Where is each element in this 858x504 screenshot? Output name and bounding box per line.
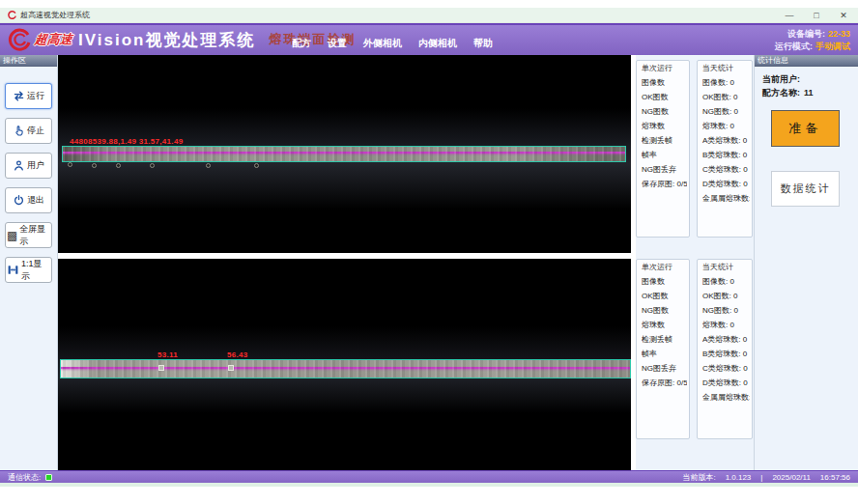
stat-value: 0 <box>731 306 738 315</box>
user-button[interactable]: 用户 <box>5 153 52 179</box>
stat-row: NG图数: 0 <box>702 303 750 318</box>
run-button[interactable]: 运行 <box>5 83 52 109</box>
comm-status-label: 通信状态: <box>8 472 41 483</box>
stat-label: OK图数: <box>702 93 731 101</box>
camera-viewport-outer[interactable]: 44808539.88,1.49 31.57,41.49 <box>58 55 631 253</box>
menu-settings[interactable]: 设置 <box>328 37 347 50</box>
stat-label: A类熔珠数: <box>702 335 741 344</box>
stat-label: B类熔珠数: <box>702 151 741 159</box>
maximize-button[interactable]: □ <box>810 11 823 20</box>
stat-row: 图像数 <box>642 75 687 90</box>
stat-row: 图像数: 0 <box>702 75 750 90</box>
stat-label: 图像数: <box>702 78 728 87</box>
stat-label: NG图丢弃 <box>642 364 676 373</box>
stat-value: 0 <box>728 122 734 130</box>
stat-value: 0/500 <box>674 378 687 387</box>
one-to-one-button[interactable]: 1:1显示 <box>5 257 52 283</box>
menu-recipe[interactable]: 配方 <box>292 37 311 50</box>
operation-sidebar: 操作区 运行 停止 用户 退出 ▩ <box>0 55 58 470</box>
stat-row: 金属屑熔珠数: 0 <box>702 191 750 206</box>
stat-row: NG图丢弃 <box>642 361 687 376</box>
today-stats-groupbox: 当天统计 图像数: 0OK图数: 0NG图数: 0熔珠数: 0A类熔珠数: 0B… <box>697 259 753 439</box>
status-date: 2025/02/11 <box>772 473 810 482</box>
stop-button[interactable]: 停止 <box>5 118 52 144</box>
stat-row: 熔珠数: 0 <box>702 318 750 332</box>
status-bar: 通信状态: 当前版本: 1.0.123 | 2025/02/11 16:57:5… <box>0 470 858 483</box>
stat-row: OK图数 <box>642 289 687 303</box>
hand-stop-icon <box>13 125 25 137</box>
stat-label: D类熔珠数: <box>702 180 741 188</box>
stat-row: 熔珠数: 0 <box>702 119 750 133</box>
stat-value: 0 <box>731 93 738 101</box>
main-menu: 配方 设置 外侧相机 内侧相机 帮助 <box>292 37 493 50</box>
device-id-value: 22-33 <box>828 29 850 39</box>
groupbox-title: 单次运行 <box>642 63 672 73</box>
app-header: 超高速 IVision视觉处理系统 熔珠端面检测 配方 设置 外侧相机 内侧相机… <box>0 23 858 55</box>
version-label: 当前版本: <box>682 472 715 483</box>
data-statistics-button[interactable]: 数据统计 <box>771 171 840 207</box>
stat-label: 图像数 <box>642 277 665 286</box>
stat-value: 0 <box>741 335 748 344</box>
brand-logo-icon <box>6 28 33 51</box>
info-panel-header: 统计信息 <box>755 55 858 67</box>
recipe-name-label: 配方名称: <box>762 88 800 98</box>
recipe-name-value: 11 <box>804 88 814 98</box>
menu-outer-camera[interactable]: 外侧相机 <box>363 37 402 50</box>
stat-value: 0 <box>741 180 748 188</box>
stat-value: 0 <box>728 277 734 286</box>
stat-row: 帧率 <box>642 148 687 162</box>
today-stats-groupbox: 当天统计 图像数: 0OK图数: 0NG图数: 0熔珠数: 0A类熔珠数: 0B… <box>697 60 753 238</box>
stat-label: 保存原图: <box>642 180 674 188</box>
window-titlebar: 超高速视觉处理系统 — □ ✕ <box>0 8 858 23</box>
prepare-button[interactable]: 准备 <box>771 110 840 147</box>
weld-bead-strip <box>60 359 631 378</box>
window-bottom-edge <box>0 483 858 487</box>
info-panel: 统计信息 当前用户: 配方名称:11 准备 数据统计 <box>754 55 858 470</box>
statistics-column: 单次运行 图像数OK图数NG图数熔珠数检测丢帧帧率NG图丢弃保存原图: 0/50… <box>636 55 754 470</box>
stat-row: 保存原图: 0/500 <box>642 177 687 191</box>
stat-label: A类熔珠数: <box>702 136 741 145</box>
stat-row: OK图数 <box>642 90 687 104</box>
stat-value: 0 <box>741 136 748 145</box>
stat-label: 帧率 <box>642 350 657 358</box>
stat-row: A类熔珠数: 0 <box>702 332 750 347</box>
stat-row: B类熔珠数: 0 <box>702 347 750 361</box>
stat-row: D类熔珠数: 0 <box>702 376 750 390</box>
bead-trace-line <box>61 367 630 369</box>
stat-label: NG图丢弃 <box>642 165 676 174</box>
bead-trace-line <box>63 152 625 154</box>
camera-viewport-inner[interactable]: 53.11 56.43 <box>58 259 631 470</box>
brand-logo-icon <box>8 11 16 19</box>
stat-row: D类熔珠数: 0 <box>702 177 750 191</box>
separator: | <box>760 473 762 482</box>
measurement-annotation: 56.43 <box>227 350 248 359</box>
user-button-label: 用户 <box>27 159 44 172</box>
stat-label: 图像数 <box>642 78 665 87</box>
single-run-groupbox: 单次运行 图像数OK图数NG图数熔珠数检测丢帧帧率NG图丢弃保存原图: 0/50… <box>636 259 690 439</box>
defect-marker <box>254 163 259 168</box>
stat-row: NG图数 <box>642 303 687 318</box>
app-title: IVision视觉处理系统 <box>78 29 255 51</box>
stat-value: 0 <box>728 321 734 329</box>
stat-row: B类熔珠数: 0 <box>702 148 750 162</box>
exit-button[interactable]: 退出 <box>5 187 52 213</box>
stat-value: 0 <box>741 350 748 358</box>
stat-row: C类熔珠数: 0 <box>702 162 750 177</box>
menu-help[interactable]: 帮助 <box>473 37 493 50</box>
stat-label: 熔珠数 <box>642 122 665 130</box>
fullscreen-button[interactable]: ▩ 全屏显示 <box>5 222 52 248</box>
stat-label: 熔珠数 <box>642 321 665 329</box>
stat-value: 0 <box>731 292 738 300</box>
stat-value: 0 <box>731 107 738 116</box>
run-mode-value: 手动调试 <box>815 42 850 51</box>
user-icon <box>13 159 25 172</box>
stat-value: 0/500 <box>674 180 687 188</box>
menu-inner-camera[interactable]: 内侧相机 <box>418 37 457 50</box>
defect-marker <box>92 163 97 168</box>
device-id-label: 设备编号: <box>787 29 825 39</box>
run-cycle-icon <box>13 90 25 102</box>
defect-marker <box>206 163 211 168</box>
stat-value: 0 <box>741 364 748 373</box>
close-button[interactable]: ✕ <box>837 11 850 20</box>
minimize-button[interactable]: — <box>783 11 796 20</box>
